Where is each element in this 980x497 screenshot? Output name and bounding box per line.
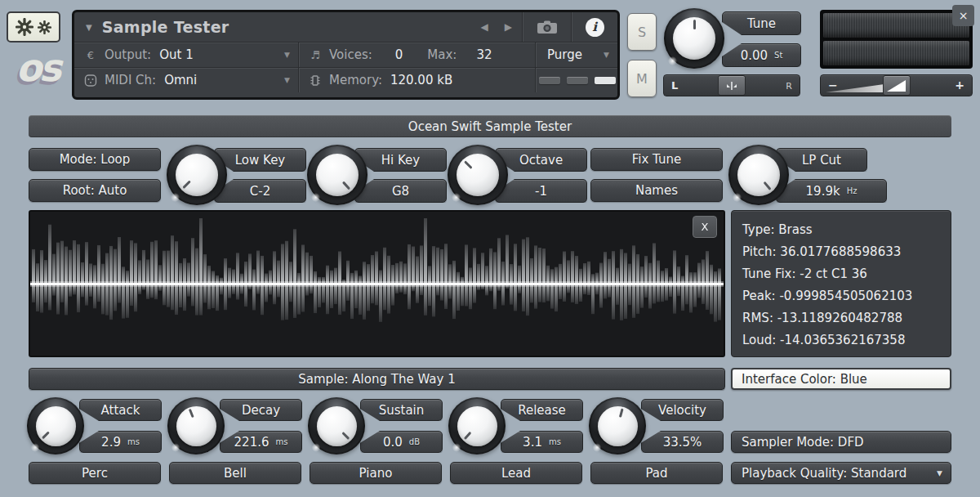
output-value[interactable]: Out 1 (159, 47, 194, 62)
octave-group: Octave -1 (448, 145, 603, 205)
attack-knob[interactable] (27, 397, 84, 454)
attack-label: Attack (79, 399, 162, 421)
attack-group: Attack 2.9 ms (27, 397, 166, 454)
prev-instrument-icon[interactable]: ◀ (481, 21, 488, 33)
decay-label: Decay (220, 399, 302, 421)
output-dropdown-icon[interactable]: ▼ (284, 51, 290, 59)
level-meter (820, 10, 973, 69)
preset-perc-button[interactable]: Perc (29, 462, 161, 484)
velocity-knob[interactable] (589, 397, 646, 454)
sampler-mode-button[interactable]: Sampler Mode: DFD (731, 431, 951, 453)
purge-dropdown-icon[interactable]: ▼ (604, 51, 609, 59)
waveform-display: X (29, 210, 725, 357)
preset-lead-button[interactable]: Lead (450, 462, 582, 484)
velocity-group: Velocity 33.5% (589, 397, 728, 454)
release-group: Release 3.1 ms (448, 397, 587, 454)
pan-handle[interactable] (718, 75, 746, 96)
decay-value: 221.6 (234, 435, 270, 450)
hi-key-knob[interactable] (307, 145, 368, 205)
release-value-field[interactable]: 3.1 ms (501, 431, 583, 453)
volume-handle[interactable] (883, 75, 911, 96)
midi-channel-label: MIDI Ch: (105, 73, 156, 87)
decay-knob[interactable] (167, 397, 225, 454)
camera-icon[interactable] (537, 20, 558, 34)
waveform-canvas (30, 212, 724, 356)
lp-cut-value: 19.9k (806, 184, 840, 199)
info-peak: Peak: -0.999854505062103 (742, 284, 940, 307)
playback-quality-button[interactable]: Playback Quality: Standard ▼ (731, 462, 951, 484)
pan-left-label: L (671, 79, 678, 92)
release-label: Release (501, 399, 583, 421)
gear-icon (16, 18, 33, 36)
memory-chip-icon (309, 74, 322, 87)
preset-bell-button[interactable]: Bell (169, 462, 301, 484)
low-key-knob[interactable] (167, 145, 227, 205)
pan-slider[interactable]: L R (663, 74, 800, 96)
voices-value: 0 (395, 47, 403, 62)
memory-label: Memory: (329, 73, 382, 87)
tune-label-plate: Tune (722, 11, 801, 35)
interface-color-button[interactable]: Interface Color: Blue (731, 368, 951, 390)
tune-value: 0.00 (741, 48, 768, 63)
next-instrument-icon[interactable]: ▶ (505, 21, 512, 33)
attack-value-field[interactable]: 2.9 ms (79, 431, 162, 453)
volume-slider[interactable]: − + (820, 74, 973, 96)
low-key-value: C-2 (250, 184, 270, 199)
preset-piano-button[interactable]: Piano (310, 462, 442, 484)
velocity-value: 33.5% (663, 435, 702, 450)
sustain-value-field[interactable]: 0.0 dB (360, 431, 443, 453)
info-rms: RMS: -13.1189260482788 (742, 307, 940, 329)
fix-tune-button[interactable]: Fix Tune (590, 148, 723, 171)
ocean-swift-logo: os (5, 43, 70, 93)
close-icon[interactable]: × (952, 5, 974, 26)
info-icon[interactable]: i (586, 18, 604, 37)
tune-knob[interactable] (664, 8, 724, 69)
voices-label: Voices: (329, 47, 372, 62)
lp-cut-knob[interactable] (728, 145, 789, 205)
volume-handle-wedge (887, 80, 906, 92)
midi-dropdown-icon[interactable]: ▼ (284, 76, 290, 84)
info-tune-fix: Tune Fix: -2 ct C1 36 (742, 262, 940, 284)
lp-cut-group: LP Cut 19.9k Hz (728, 145, 900, 205)
octave-knob[interactable] (448, 145, 508, 205)
solo-button[interactable]: S (627, 13, 657, 51)
tune-value-plate[interactable]: 0.00 St (722, 43, 801, 67)
octave-value: -1 (535, 184, 547, 199)
collapse-arrow-icon[interactable]: ▼ (74, 23, 92, 32)
preset-pad-button[interactable]: Pad (590, 462, 723, 484)
root-auto-button[interactable]: Root: Auto (29, 179, 161, 202)
memory-value: 120.00 kB (390, 73, 452, 87)
tune-unit: St (774, 51, 782, 60)
voices-icon: ♬ (309, 49, 322, 61)
sustain-group: Sustain 0.0 dB (308, 397, 447, 454)
sustain-label: Sustain (360, 399, 443, 421)
info-loud: Loud: -14.0365362167358 (742, 329, 940, 351)
level-segment (539, 77, 560, 84)
sustain-value: 0.0 (383, 435, 403, 450)
level-segment (595, 77, 616, 84)
playback-quality-dropdown-icon[interactable]: ▼ (937, 469, 942, 477)
max-value[interactable]: 32 (476, 47, 492, 62)
instrument-title: Sample Tester (102, 18, 229, 36)
volume-plus-label: + (955, 78, 964, 92)
names-button[interactable]: Names (590, 179, 723, 202)
sample-tester-app: os ▼ Sample Tester ◀ ▶ i € (0, 0, 980, 497)
purge-button[interactable]: Purge (547, 47, 582, 62)
release-value: 3.1 (523, 435, 542, 450)
waveform-close-button[interactable]: X (693, 216, 717, 238)
volume-minus-label: − (828, 78, 838, 92)
sample-name-bar[interactable]: Sample: Along The Way 1 (29, 368, 725, 390)
mute-button[interactable]: M (627, 60, 657, 97)
mode-loop-button[interactable]: Mode: Loop (29, 148, 161, 171)
release-knob[interactable] (448, 397, 506, 454)
max-label: Max: (427, 47, 457, 62)
instrument-header: ▼ Sample Tester ◀ ▶ i € Output: Out (72, 10, 620, 100)
settings-gears-button[interactable] (7, 11, 60, 43)
sustain-knob[interactable] (308, 397, 365, 454)
decay-group: Decay 221.6 ms (167, 397, 306, 454)
pan-center-icon (725, 81, 738, 91)
midi-channel-value[interactable]: Omni (164, 73, 197, 87)
info-type: Type: Brass (742, 218, 940, 240)
velocity-value-field[interactable]: 33.5% (641, 431, 724, 453)
pan-right-label: R (786, 81, 792, 92)
